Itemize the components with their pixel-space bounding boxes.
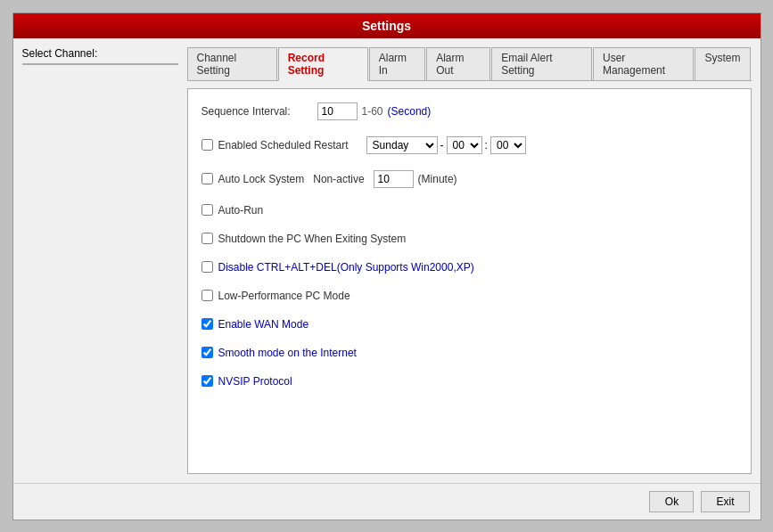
sequence-interval-label: Sequence Interval: [201,105,317,118]
nvsip-protocol-checkbox[interactable] [201,375,213,387]
auto-lock-unit: (Minute) [418,173,457,185]
shutdown-pc-checkbox[interactable] [201,233,213,244]
smooth-mode-checkbox[interactable] [201,347,213,358]
auto-lock-row: Auto Lock System Non-active (Minute) [201,170,737,188]
auto-lock-label: Auto Lock System [218,173,305,185]
low-performance-label: Low-Performance PC Mode [218,290,350,302]
sequence-interval-unit: (Second) [388,105,432,118]
tab-channel-setting[interactable]: Channel Setting [187,47,277,80]
enable-wan-label: Enable WAN Mode [218,318,309,331]
footer: Ok Exit [13,483,761,520]
disable-ctrl-alt-del-checkbox[interactable] [201,261,213,273]
tab-content-system: Sequence Interval: 1-60 (Second) Enabled… [187,88,752,474]
colon-separator: : [485,139,488,151]
tab-system[interactable]: System [695,47,750,80]
settings-dialog: Settings Select Channel: Channel Setting… [12,12,761,520]
exit-button[interactable]: Exit [701,491,749,512]
sequence-interval-range: 1-60 [362,105,383,118]
tab-user-management[interactable]: User Management [593,47,694,80]
scheduled-restart-minute-select[interactable]: 00051015 20253035 40455055 [490,136,526,154]
nvsip-protocol-label: NVSIP Protocol [218,375,292,388]
tabs-bar: Channel Setting Record Setting Alarm In … [187,47,752,81]
sequence-interval-row: Sequence Interval: 1-60 (Second) [201,102,737,120]
dash-separator: - [440,139,444,151]
title-bar: Settings [13,13,761,38]
low-performance-checkbox[interactable] [201,290,213,301]
nvsip-protocol-row: NVSIP Protocol [201,375,737,388]
scheduled-restart-hour-select[interactable]: 00010203 04050607 08091011 12131415 1617… [447,136,482,154]
select-channel-label: Select Channel: [22,47,178,60]
non-active-label: Non-active [313,173,364,185]
auto-run-checkbox[interactable] [201,204,213,216]
right-panel: Channel Setting Record Setting Alarm In … [187,47,752,474]
low-performance-row: Low-Performance PC Mode [201,290,737,302]
scheduled-restart-label: Enabled Scheduled Restart [218,139,349,151]
dialog-title: Settings [362,19,411,33]
auto-run-row: Auto-Run [201,204,737,217]
auto-lock-input[interactable] [374,170,414,188]
smooth-mode-label: Smooth mode on the Internet [218,347,357,359]
tab-record-setting[interactable]: Record Setting [278,47,368,81]
auto-lock-checkbox[interactable] [201,173,213,184]
scheduled-restart-row: Enabled Scheduled Restart Sunday Monday … [201,136,737,154]
enable-wan-checkbox[interactable] [201,318,213,330]
smooth-mode-row: Smooth mode on the Internet [201,347,737,359]
enable-wan-row: Enable WAN Mode [201,318,737,331]
channel-list [22,63,178,65]
auto-run-label: Auto-Run [218,204,264,217]
tab-email-alert-setting[interactable]: Email Alert Setting [491,47,592,80]
content-area: Select Channel: Channel Setting Record S… [13,38,761,483]
disable-ctrl-alt-del-label: Disable CTRL+ALT+DEL(Only Supports Win20… [218,261,474,274]
scheduled-restart-checkbox[interactable] [201,139,213,151]
shutdown-pc-row: Shutdown the PC When Exiting System [201,233,737,245]
shutdown-pc-label: Shutdown the PC When Exiting System [218,233,407,245]
tab-alarm-in[interactable]: Alarm In [369,47,425,80]
left-panel-wrapper: Select Channel: [22,47,178,474]
tab-alarm-out[interactable]: Alarm Out [426,47,490,80]
sequence-interval-input[interactable] [317,102,358,120]
ok-button[interactable]: Ok [649,491,694,512]
scheduled-restart-day-select[interactable]: Sunday Monday Tuesday Wednesday Thursday… [366,136,438,154]
disable-ctrl-alt-del-row: Disable CTRL+ALT+DEL(Only Supports Win20… [201,261,737,274]
